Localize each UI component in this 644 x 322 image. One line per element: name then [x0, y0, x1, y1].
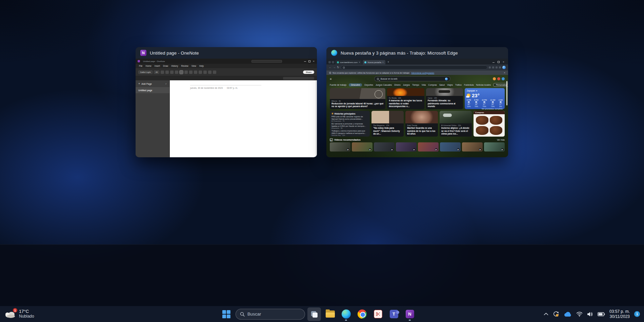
product-image — [476, 116, 488, 125]
edge-taskbar-button[interactable] — [339, 307, 353, 321]
search-input[interactable] — [247, 311, 295, 317]
onedrive-button[interactable] — [564, 311, 572, 317]
story-text: PRD pide al INE cancelar registro de Sam… — [331, 116, 368, 120]
onenote-taskbar-button[interactable] — [403, 307, 417, 321]
hour-label: 10 PM — [482, 99, 487, 101]
edge-window-controls — [492, 61, 506, 63]
menu-help: Help — [199, 65, 204, 67]
hour-precip: 73% — [491, 105, 495, 107]
category-item: Juegos — [403, 84, 410, 86]
browser-tab-2-active: Nueva pestaña × — [363, 60, 385, 64]
notifications-icon — [497, 77, 500, 80]
teams-taskbar-button[interactable] — [387, 307, 401, 321]
add-page-button: + Add Page ⌕ — [136, 80, 169, 87]
product-image — [476, 126, 488, 135]
menu-insert: Insert — [155, 65, 160, 67]
volume-button[interactable] — [587, 311, 593, 317]
category-item: Compras — [428, 84, 437, 86]
info-icon: i — [329, 72, 331, 74]
battery-button[interactable] — [598, 312, 605, 316]
clock-and-date[interactable]: 03:57 p. m. 30/11/2023 — [609, 309, 630, 319]
news-card-headline: Reducción de jornada laboral 40 horas: ¿… — [331, 102, 384, 108]
story-source: El Financiero · 7h — [331, 120, 368, 122]
video-thumbnail — [462, 142, 483, 152]
tab-label: cuentaeldinero.com — [340, 61, 358, 63]
taskview-window-onenote[interactable]: Untitled page - OneNote Untitled page - … — [136, 47, 317, 157]
edge-window-titlebar[interactable]: Nueva pestaña y 3 páginas más - Trabajo:… — [326, 47, 508, 59]
edge-notification-banner: i Nos encanta que explores: utiliza las … — [326, 71, 508, 75]
chevron-up-icon — [544, 313, 548, 316]
chrome-taskbar-button[interactable] — [355, 307, 369, 321]
news-card-source: N+ Media · 10h — [389, 97, 422, 99]
snipping-tool-button[interactable] — [371, 307, 385, 321]
ribbon-icon — [180, 71, 183, 74]
tray-overflow-button[interactable] — [544, 313, 548, 316]
page-scrollbar — [506, 81, 507, 105]
category-item: Salud — [439, 84, 445, 86]
sync-status-button[interactable] — [553, 311, 559, 317]
add-page-label: Add Page — [141, 83, 152, 85]
font-size-picker: 20 — [154, 71, 160, 74]
hour-icon — [500, 101, 502, 103]
video-thumbnail — [484, 142, 505, 152]
story-item: PRD pide al INE cancelar registro de Sam… — [331, 116, 368, 122]
onenote-substrip — [136, 76, 317, 80]
windows-logo-icon — [222, 310, 231, 319]
news-card-source: El Universal Online · 21h — [441, 124, 470, 126]
taskbar-search-box[interactable] — [236, 309, 305, 320]
newtab-search-bar: Buscar en la web — [374, 76, 450, 81]
category-item: Vida — [422, 84, 426, 86]
news-card-source: Caras · 13h — [428, 97, 461, 99]
ribbon-icon — [165, 71, 169, 74]
wifi-button[interactable] — [576, 311, 583, 317]
maximize-icon — [308, 60, 310, 62]
edge-app-icon — [331, 50, 337, 56]
tab-favicon — [337, 61, 339, 63]
video-thumbnail — [396, 142, 417, 152]
tab-actions-icon — [328, 61, 331, 63]
video-thumbnail — [440, 142, 461, 152]
news-card-headline: Maribel Guardia es una sombra de lo que … — [407, 127, 436, 135]
menu-history: History — [171, 65, 178, 67]
start-button[interactable] — [220, 307, 233, 321]
page-time: 03:57 p. m. — [227, 87, 238, 89]
onenote-page-canvas: jueves, 30 de noviembre de 2023 03:57 p.… — [169, 80, 317, 157]
hour-precip: 70% — [475, 105, 478, 107]
running-indicator — [409, 320, 411, 321]
hour-precip: 5% — [499, 105, 502, 107]
chrome-icon — [357, 309, 366, 319]
page-list-item: Untitled page — [136, 87, 169, 93]
hour-label: 2 AM — [499, 99, 503, 101]
hour-label: 12 AM — [490, 99, 495, 101]
edge-app-thumbnail: cuentaeldinero.com × Nueva pestaña × + ←… — [326, 59, 508, 157]
close-icon — [313, 60, 315, 62]
task-view-button[interactable] — [307, 307, 321, 321]
file-explorer-button[interactable] — [323, 307, 337, 321]
notification-center-badge[interactable]: 1 — [634, 311, 640, 317]
personalize-button: Personalizar — [493, 83, 508, 87]
page-title-underline — [190, 85, 261, 85]
sync-icon — [553, 311, 559, 317]
onenote-window-titlebar[interactable]: Untitled page - OneNote — [136, 47, 317, 59]
tray-time: 03:57 p. m. — [609, 309, 630, 314]
ribbon-icon — [208, 71, 212, 74]
battery-icon — [598, 312, 605, 316]
plus-icon: + — [138, 82, 140, 85]
widgets-weather-button[interactable]: 1 17°C Nublado — [0, 309, 75, 319]
tab-favicon — [364, 61, 366, 63]
back-icon: ← — [329, 66, 331, 69]
taskview-window-edge[interactable]: Nueva pestaña y 3 páginas más - Trabajo:… — [326, 47, 508, 157]
hour-icon — [468, 101, 470, 103]
hour-precip: 75% — [482, 105, 486, 107]
edge-window-title: Nueva pestaña y 3 páginas más - Trabajo:… — [341, 51, 458, 56]
onenote-app-thumbnail: Untitled page - OneNote File Home Insert… — [136, 59, 317, 157]
ribbon-icon — [194, 71, 197, 74]
onenote-app-icon — [140, 50, 146, 56]
video-thumbnail — [352, 142, 373, 152]
teams-icon — [389, 310, 398, 318]
notebook-dropdown — [283, 77, 314, 80]
news-card: El Universal Online · 21h Invierno atípi… — [440, 111, 472, 137]
news-card: Daily Trends Maribel Guardia es una somb… — [405, 111, 438, 137]
ribbon-icon — [175, 71, 178, 74]
edge-toolbar: ← → ↻ — [326, 64, 508, 71]
